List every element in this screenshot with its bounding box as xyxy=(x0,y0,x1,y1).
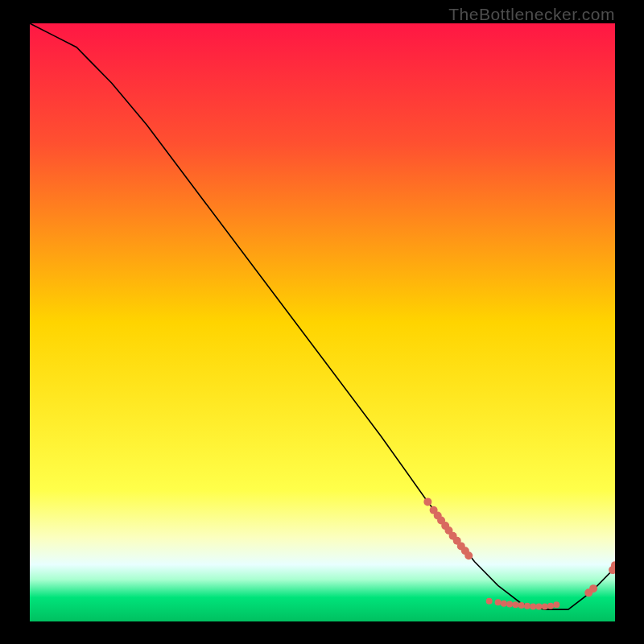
data-point xyxy=(535,603,542,609)
data-point xyxy=(486,598,493,605)
watermark-text: TheBottlenecker.com xyxy=(448,5,615,24)
data-point xyxy=(553,601,559,608)
data-point xyxy=(423,497,431,506)
chart-svg xyxy=(30,23,615,621)
data-point xyxy=(518,602,525,609)
data-point xyxy=(542,603,548,609)
data-point xyxy=(547,603,554,609)
data-point xyxy=(464,551,473,559)
plot-area xyxy=(30,23,615,621)
gradient-background xyxy=(30,23,615,621)
data-point xyxy=(589,584,597,592)
data-point xyxy=(512,601,518,608)
data-point xyxy=(524,603,530,609)
chart-frame: TheBottlenecker.com xyxy=(0,0,644,644)
data-point xyxy=(530,603,536,609)
data-point xyxy=(495,599,502,605)
data-point xyxy=(506,601,513,607)
data-point xyxy=(501,601,507,607)
